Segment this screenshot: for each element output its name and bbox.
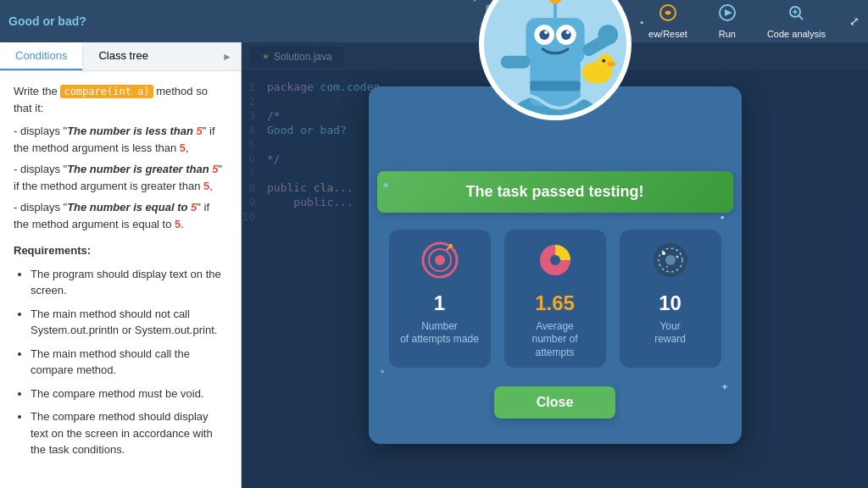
reward-icon <box>652 241 689 286</box>
deco-dot-3: ✦ <box>379 367 386 376</box>
code-analysis-label: Code analysis <box>767 29 826 39</box>
svg-point-20 <box>565 30 569 34</box>
reward-label: Yourreward <box>654 320 686 347</box>
tab-class-tree[interactable]: Class tree <box>83 42 164 70</box>
requirements-title: Requirements: <box>14 242 227 259</box>
target-icon <box>421 241 459 286</box>
bullet-2: - displays "The number is greater than 5… <box>14 161 227 194</box>
modal-stats: 1 Numberof attempts made <box>382 230 728 369</box>
modal-banner: The task passed testing! <box>377 171 733 213</box>
svg-point-33 <box>435 255 445 265</box>
run-icon <box>718 3 737 26</box>
left-panel: Conditions Class tree ► Write the compar… <box>0 42 242 488</box>
svg-point-19 <box>544 30 548 34</box>
bullet-1: - displays "The number is less than 5" i… <box>14 123 227 156</box>
avg-attempts-label: Averagenumber of attempts <box>513 320 598 360</box>
attempts-label: Numberof attempts made <box>400 320 479 347</box>
task-intro: Write the compare(int a) method so that … <box>14 83 227 116</box>
code-analysis-button[interactable]: Code analysis <box>752 0 841 43</box>
main-layout: Conditions Class tree ► Write the compar… <box>0 42 868 488</box>
svg-point-44 <box>666 266 668 268</box>
req-item: The main method should not call System.o… <box>31 306 227 339</box>
topbar: Good or bad? Verify ? Help <box>0 0 868 42</box>
success-modal: ✦ ✦ ✦ ● The task passed testing! <box>369 86 742 445</box>
stat-avg-attempts: 1.65 Averagenumber of attempts <box>504 230 606 369</box>
svg-point-41 <box>665 255 676 265</box>
stat-reward: 10 Yourreward <box>620 230 721 369</box>
svg-point-30 <box>602 58 605 62</box>
svg-point-42 <box>662 252 665 255</box>
mascot-container: ✦ ✦ ✦ ● <box>462 0 648 120</box>
svg-point-38 <box>550 255 560 265</box>
svg-point-29 <box>607 61 615 66</box>
bullet-3: - displays "The number is equal to 5" if… <box>14 199 227 232</box>
deco-dot-2: ● <box>721 214 725 221</box>
stat-attempts: 1 Numberof attempts made <box>389 230 491 369</box>
modal-overlay: ✦ ✦ ✦ ● The task passed testing! <box>242 42 868 488</box>
mascot-robot-svg <box>484 0 626 115</box>
left-content: Write the compare(int a) method so that … <box>0 71 241 488</box>
reward-value: 10 <box>659 291 682 315</box>
method-highlight: compare(int a) <box>60 85 153 98</box>
run-button[interactable]: Run <box>703 0 752 43</box>
svg-rect-14 <box>526 18 584 64</box>
avg-attempts-value: 1.65 <box>535 291 575 315</box>
svg-point-25 <box>598 25 618 45</box>
svg-marker-7 <box>725 9 732 16</box>
svg-point-43 <box>676 255 678 258</box>
svg-point-18 <box>560 30 570 40</box>
run-label: Run <box>719 29 736 39</box>
sparkle2-icon: ✦ <box>470 0 479 5</box>
svg-point-22 <box>548 0 562 3</box>
tab-conditions[interactable]: Conditions <box>0 42 82 70</box>
deco-dot-1: ✦ <box>381 180 390 191</box>
collapse-button[interactable]: ► <box>214 42 241 70</box>
svg-rect-26 <box>530 80 580 91</box>
svg-rect-23 <box>500 55 530 68</box>
req-item: The compare method should display text o… <box>31 408 227 458</box>
ew-reset-icon <box>659 3 677 26</box>
svg-line-9 <box>799 16 804 20</box>
pie-chart-icon <box>537 241 574 286</box>
mascot-circle <box>479 0 632 120</box>
expand-button[interactable]: ⤢ <box>849 14 860 28</box>
svg-point-17 <box>539 30 549 40</box>
dot-icon: ● <box>640 19 644 26</box>
req-item: The main method should call the compare … <box>31 346 227 379</box>
app-title: Good or bad? <box>8 14 86 28</box>
tabs-bar: Conditions Class tree ► <box>0 42 241 71</box>
ew-reset-label: ew/Reset <box>648 29 687 39</box>
right-panel: ★ Solution.java 1 package com.codeg... 2… <box>242 42 868 488</box>
req-item: The program should display text on the s… <box>31 266 227 299</box>
banner-text: The task passed testing! <box>465 183 643 200</box>
requirements-list: The program should display text on the s… <box>14 266 227 458</box>
code-analysis-icon <box>787 3 805 26</box>
req-item: The compare method must be void. <box>31 385 227 402</box>
close-button[interactable]: Close <box>494 386 616 419</box>
attempts-value: 1 <box>434 291 445 315</box>
deco-dot-4: ✦ <box>721 381 729 393</box>
